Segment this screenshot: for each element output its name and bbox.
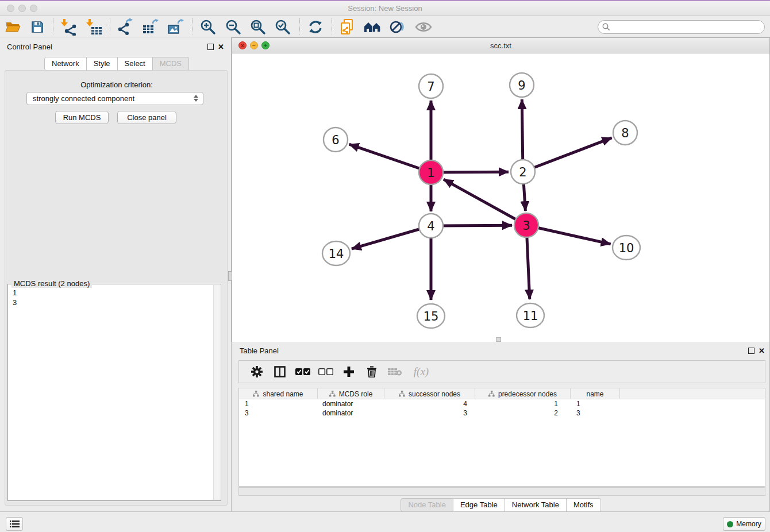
column-header-filler: [620, 388, 765, 399]
export-image-icon[interactable]: [166, 18, 186, 36]
cell-shared-name[interactable]: 1: [239, 399, 318, 408]
memory-status-icon: [727, 521, 733, 527]
float-panel-icon[interactable]: [207, 44, 214, 50]
mcds-result-title: MCDS result (2 nodes): [11, 279, 92, 288]
search-input[interactable]: [610, 23, 754, 32]
table-tabs: Node Table Edge Table Network Table Moti…: [232, 498, 770, 512]
cell-name[interactable]: 1: [571, 399, 620, 408]
select-all-columns-icon[interactable]: [295, 364, 310, 380]
graph-node-label-9: 9: [518, 79, 525, 92]
cell-successor-nodes[interactable]: 4: [384, 399, 475, 408]
refresh-icon[interactable]: [306, 18, 325, 36]
graph-node-label-3: 3: [522, 219, 530, 233]
cell-successor-nodes[interactable]: 3: [384, 408, 475, 418]
column-header-mcds-role[interactable]: MCDS role: [318, 388, 384, 399]
app-titlebar: Session: New Session: [0, 1, 770, 16]
graph-node-label-2: 2: [519, 165, 526, 179]
zoom-out-icon[interactable]: [224, 18, 243, 36]
column-layout-icon[interactable]: [272, 364, 287, 380]
function-builder-icon: f(x): [410, 364, 432, 380]
optimization-criterion-dropdown[interactable]: strongly connected component: [26, 92, 203, 105]
graph-node-label-6: 6: [332, 133, 339, 147]
unselect-all-columns-icon[interactable]: [318, 364, 333, 380]
cell-shared-name[interactable]: 3: [239, 408, 318, 418]
graph-node-label-14: 14: [329, 247, 344, 261]
first-neighbors-icon[interactable]: [363, 18, 382, 36]
zoom-fit-icon[interactable]: [248, 18, 268, 36]
close-panel-icon[interactable]: ✕: [218, 44, 224, 50]
result-line: 3: [13, 298, 17, 307]
chevron-updown-icon: [194, 95, 198, 102]
graph-edge-1-6[interactable]: [349, 144, 431, 172]
zoom-in-icon[interactable]: [198, 18, 218, 36]
export-network-icon[interactable]: [116, 18, 135, 36]
memory-button[interactable]: Memory: [723, 517, 765, 531]
close-panel-button[interactable]: Close panel: [117, 111, 176, 124]
column-type-icon: [253, 391, 259, 397]
show-details-icon[interactable]: [414, 18, 433, 36]
mcds-panel: Optimization criterion: strongly connect…: [5, 70, 228, 506]
cell-predecessor-nodes[interactable]: 1: [475, 399, 571, 408]
tab-motifs[interactable]: Motifs: [567, 498, 601, 512]
tab-select[interactable]: Select: [118, 57, 153, 71]
open-file-icon[interactable]: [3, 18, 23, 36]
column-header-successor-nodes[interactable]: successor nodes: [384, 388, 475, 399]
horizontal-divider-grip[interactable]: [496, 337, 501, 342]
save-session-icon[interactable]: [28, 18, 47, 36]
table-row[interactable]: 3 dominator 3 2 3: [239, 408, 765, 418]
result-scrollbar[interactable]: [213, 285, 220, 500]
app-title: Session: New Session: [0, 4, 770, 13]
column-header-name[interactable]: name: [571, 388, 620, 399]
cell-mcds-role[interactable]: dominator: [318, 408, 384, 418]
tab-style[interactable]: Style: [87, 57, 118, 71]
list-icon: [10, 520, 20, 528]
node-table: shared name MCDS role successor nodes pr…: [238, 388, 765, 487]
table-panel-title: Table Panel: [240, 346, 279, 355]
tab-network-table[interactable]: Network Table: [505, 498, 567, 512]
tab-network[interactable]: Network: [44, 57, 87, 71]
mcds-result-text[interactable]: 1 3: [13, 288, 17, 307]
network-canvas[interactable]: 7968124314101511: [232, 53, 769, 342]
settings-gear-icon[interactable]: [249, 364, 264, 380]
delete-columns-icon[interactable]: [364, 364, 379, 380]
memory-label: Memory: [736, 520, 761, 528]
graph-edge-3-10[interactable]: [526, 225, 611, 244]
search-field[interactable]: [598, 20, 765, 34]
result-line: 1: [13, 288, 17, 298]
network-window: × − + scc.txt 7968124314101511: [232, 37, 770, 342]
clone-network-icon[interactable]: [338, 18, 357, 36]
import-table-icon[interactable]: [84, 18, 104, 36]
tab-mcds[interactable]: MCDS: [153, 57, 189, 71]
tab-edge-table[interactable]: Edge Table: [453, 498, 505, 512]
zoom-selected-icon[interactable]: [273, 18, 292, 36]
float-table-panel-icon[interactable]: [748, 348, 754, 354]
tab-node-table[interactable]: Node Table: [401, 498, 453, 512]
import-network-icon[interactable]: [59, 18, 79, 36]
column-type-icon: [488, 391, 495, 397]
column-header-predecessor-nodes[interactable]: predecessor nodes: [475, 388, 571, 399]
table-row[interactable]: 1 dominator 4 1 1: [239, 399, 765, 408]
hide-details-icon[interactable]: [387, 18, 407, 36]
task-history-button[interactable]: [6, 517, 23, 531]
export-table-icon[interactable]: [141, 18, 160, 36]
add-column-icon[interactable]: [341, 364, 356, 380]
cell-mcds-role[interactable]: dominator: [318, 399, 384, 408]
network-window-titlebar: × − + scc.txt: [232, 38, 769, 53]
table-horizontal-scrollbar[interactable]: [238, 487, 765, 496]
graph-node-label-15: 15: [424, 310, 439, 323]
column-type-icon: [399, 391, 405, 397]
graph-node-label-7: 7: [427, 80, 434, 94]
application-window: Session: New Session: [0, 0, 770, 532]
main-toolbar: [0, 16, 770, 37]
close-table-panel-icon[interactable]: ✕: [759, 348, 765, 354]
graph-edge-2-8[interactable]: [523, 138, 612, 172]
delete-table-icon: [387, 364, 402, 380]
graph-edge-3-1[interactable]: [444, 179, 526, 225]
dropdown-value: strongly connected component: [33, 94, 134, 103]
run-mcds-button[interactable]: Run MCDS: [55, 111, 109, 124]
status-bar: Memory: [0, 511, 770, 532]
mcds-result-box: MCDS result (2 nodes) 1 3: [7, 284, 221, 501]
cell-predecessor-nodes[interactable]: 2: [475, 408, 571, 418]
cell-name[interactable]: 3: [571, 408, 620, 418]
column-header-shared-name[interactable]: shared name: [239, 388, 318, 399]
